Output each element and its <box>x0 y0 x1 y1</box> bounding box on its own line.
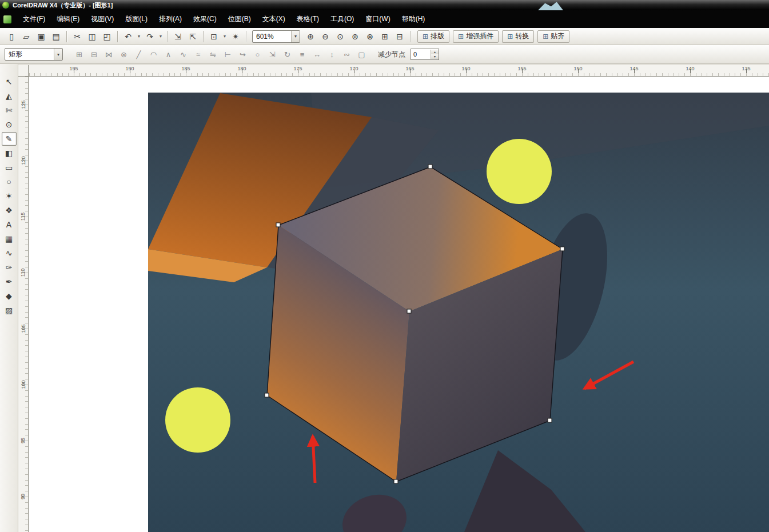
curve-node[interactable] <box>276 223 280 227</box>
stepper-down[interactable]: ▾ <box>431 54 439 59</box>
smooth-node-icon[interactable]: ∿ <box>177 48 190 61</box>
menu-item[interactable]: 版面(L) <box>119 12 153 26</box>
table-tool[interactable]: ▦ <box>2 232 17 246</box>
interactive-fill-tool[interactable]: ▨ <box>2 303 17 317</box>
curve-node[interactable] <box>560 247 564 251</box>
undo-icon[interactable]: ↶ <box>121 30 135 43</box>
eyedropper-tool[interactable]: ✑ <box>2 261 17 274</box>
reflect-vertical-icon[interactable]: ↕ <box>325 48 338 61</box>
open-icon[interactable]: ▱ <box>19 30 33 43</box>
curve-node[interactable] <box>265 393 269 397</box>
save-icon[interactable]: ▣ <box>34 30 48 43</box>
undo-history-dropdown[interactable]: ▾ <box>136 30 142 43</box>
shape-type-select[interactable]: 矩形 ▾ <box>5 48 63 61</box>
menu-item[interactable]: 帮助(H) <box>396 12 431 26</box>
redo-icon[interactable]: ↷ <box>143 30 157 43</box>
crop-tool[interactable]: ✄ <box>2 103 17 117</box>
interactive-blend-tool[interactable]: ∿ <box>2 246 17 260</box>
new-document-icon[interactable]: ▯ <box>5 30 18 43</box>
toolbar-button[interactable]: ⊞ 增强插件 <box>453 30 499 43</box>
menu-item[interactable]: 工具(O) <box>325 12 360 26</box>
zoom-selected-icon[interactable]: ⊚ <box>348 30 362 43</box>
horizontal-ruler[interactable]: 195190185180175170165160155150145140135 <box>29 65 769 77</box>
pick-tool[interactable]: ↖ <box>2 75 17 89</box>
zoom-level-value: 601% <box>253 33 291 41</box>
stepper-up[interactable]: ▴ <box>431 50 439 54</box>
reflect-horizontal-icon[interactable]: ↔ <box>310 48 324 61</box>
vertical-ruler[interactable]: 1251201151101051009590 <box>18 77 29 532</box>
print-icon[interactable]: ▤ <box>49 30 63 43</box>
shape-tool[interactable]: ◭ <box>2 89 17 103</box>
cusp-node-icon[interactable]: ∧ <box>162 48 175 61</box>
stretch-nodes-icon[interactable]: ⇲ <box>266 48 279 61</box>
ruler-label: 155 <box>494 66 550 71</box>
zoom-level-select[interactable]: 601% ▾ <box>252 30 300 43</box>
copy-icon[interactable]: ◫ <box>85 30 99 43</box>
reduce-nodes-stepper[interactable]: 0 ▴ ▾ <box>411 49 439 60</box>
rotate-nodes-icon[interactable]: ↻ <box>281 48 294 61</box>
zoom-page-icon[interactable]: ⊞ <box>378 30 392 43</box>
zoom-one-shot-icon[interactable]: ⊙ <box>333 30 347 43</box>
curve-node[interactable] <box>407 309 411 313</box>
zoom-tool[interactable]: ⊙ <box>2 118 17 131</box>
toolbox: ↖◭✄⊙✎◧▭○✶❖A▦∿✑✒◆▨ <box>0 64 18 532</box>
menu-item[interactable]: 位图(B) <box>222 12 257 26</box>
reduce-nodes-value: 0 <box>411 51 431 58</box>
toolbar-button[interactable]: ⊞ 转换 <box>502 30 534 43</box>
menu-item[interactable]: 编辑(E) <box>51 12 85 26</box>
export-icon[interactable]: ⇱ <box>186 30 200 43</box>
app-launcher-icon[interactable]: ⊡ <box>207 30 221 43</box>
menu-item[interactable]: 排列(A) <box>153 12 188 26</box>
cut-icon[interactable]: ✂ <box>70 30 84 43</box>
smart-fill-tool[interactable]: ◧ <box>2 146 17 160</box>
break-curve-icon[interactable]: ⊗ <box>117 48 130 61</box>
drawing-canvas[interactable] <box>29 77 769 532</box>
curve-node[interactable] <box>548 418 552 422</box>
zoom-all-icon[interactable]: ⊛ <box>363 30 377 43</box>
elastic-mode-icon[interactable]: ∾ <box>340 48 353 61</box>
select-all-nodes-icon[interactable]: ▢ <box>355 48 368 61</box>
menu-item[interactable]: 效果(C) <box>188 12 222 26</box>
import-icon[interactable]: ⇲ <box>171 30 185 43</box>
ellipse-tool[interactable]: ○ <box>2 175 17 189</box>
close-curve-icon[interactable]: ○ <box>251 48 264 61</box>
curve-node[interactable] <box>428 165 432 169</box>
delete-node-icon[interactable]: ⊟ <box>87 48 101 61</box>
rectangle-tool[interactable]: ▭ <box>2 161 17 174</box>
outline-tool[interactable]: ✒ <box>2 275 17 289</box>
ruler-origin[interactable] <box>18 65 29 77</box>
title-bar: CorelDRAW X4（专业版）- [图形1] <box>0 0 769 10</box>
redo-history-dropdown[interactable]: ▾ <box>158 30 164 43</box>
align-nodes-icon[interactable]: ≡ <box>296 48 309 61</box>
menu-item[interactable]: 窗口(W) <box>360 12 396 26</box>
polygon-tool[interactable]: ✶ <box>2 189 17 203</box>
toolbar-button[interactable]: ⊞ 贴齐 <box>537 30 569 43</box>
menu-item[interactable]: 文本(X) <box>257 12 291 26</box>
paste-icon[interactable]: ◰ <box>100 30 114 43</box>
desktop-artifact <box>538 1 563 10</box>
zoom-out-icon[interactable]: ⊖ <box>318 30 332 43</box>
zoom-width-icon[interactable]: ⊟ <box>393 30 407 43</box>
menu-item[interactable]: 视图(V) <box>85 12 119 26</box>
convert-to-line-icon[interactable]: ╱ <box>132 48 145 61</box>
menu-item[interactable]: 表格(T) <box>291 12 325 26</box>
symmetrical-node-icon[interactable]: ≈ <box>192 48 205 61</box>
curve-node[interactable] <box>394 479 398 483</box>
whats-new-icon[interactable]: ✴ <box>229 30 242 43</box>
toolbar-button[interactable]: ⊞ 排版 <box>417 30 449 43</box>
basic-shapes-tool[interactable]: ❖ <box>2 203 17 217</box>
freehand-tool[interactable]: ✎ <box>2 132 17 146</box>
fill-tool[interactable]: ◆ <box>2 289 17 303</box>
add-node-icon[interactable]: ⊞ <box>73 48 86 61</box>
zoom-in-icon[interactable]: ⊕ <box>304 30 317 43</box>
convert-to-curve-icon[interactable]: ◠ <box>147 48 160 61</box>
app-launcher-dropdown[interactable]: ▾ <box>222 30 228 43</box>
menu-item[interactable]: 文件(F) <box>17 12 51 26</box>
ruler-label-text: 105 <box>21 324 26 333</box>
text-tool[interactable]: A <box>2 218 17 231</box>
extend-curve-icon[interactable]: ⊢ <box>221 48 234 61</box>
reverse-direction-icon[interactable]: ⇋ <box>206 48 220 61</box>
bitmap-image[interactable] <box>148 93 769 532</box>
join-nodes-icon[interactable]: ⋈ <box>102 48 115 61</box>
extract-subpath-icon[interactable]: ↪ <box>236 48 249 61</box>
